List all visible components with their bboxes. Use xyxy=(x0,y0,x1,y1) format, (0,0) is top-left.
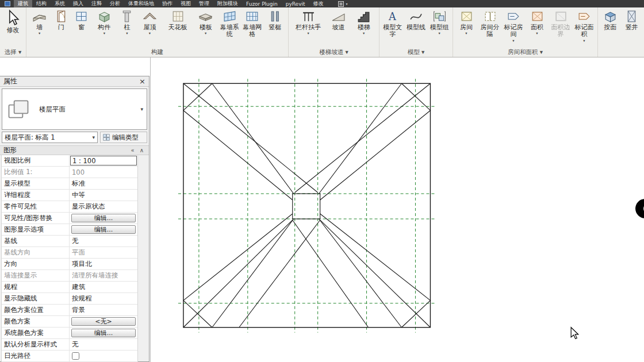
system-color-scheme-edit-button[interactable]: 编辑... xyxy=(71,329,136,337)
property-row-view-scale: 视图比例 1 : 100 xyxy=(2,155,137,167)
collapse-icons[interactable]: « ∧ xyxy=(131,147,145,153)
railing-button[interactable]: 栏杆扶手 ▾ xyxy=(293,9,323,35)
ribbon-display-caret-icon[interactable]: ▾ xyxy=(346,2,348,6)
ribbon-group-build: 墙 ▾ 门 窗 构件 ▾ 柱 ▾ xyxy=(26,7,289,57)
area-icon xyxy=(530,9,545,24)
tab-modify[interactable]: 修改 xyxy=(309,0,328,7)
sun-path-checkbox[interactable] xyxy=(72,352,79,360)
show-hidden-lines-value[interactable]: 按规程 xyxy=(70,293,137,304)
mouse-cursor xyxy=(571,328,578,339)
group-label-model[interactable]: 模型 ▾ xyxy=(379,48,453,57)
roof-icon xyxy=(143,9,157,24)
scale-value: 100 xyxy=(70,167,137,178)
tab-architecture[interactable]: 建筑 xyxy=(14,0,32,7)
ramp-icon xyxy=(331,9,346,24)
property-row-display-model: 显示模型 标准 xyxy=(2,178,137,190)
color-scheme-location-value[interactable]: 背景 xyxy=(70,305,137,315)
model-line-button[interactable]: 模型线 xyxy=(406,9,427,32)
stair-icon xyxy=(356,9,371,24)
tag-area-icon xyxy=(577,9,592,24)
tab-view[interactable]: 视图 xyxy=(177,0,195,7)
chevron-down-icon[interactable]: ▾ xyxy=(140,106,143,112)
wall-button[interactable]: 墙 ▾ xyxy=(30,9,49,35)
area-button[interactable]: 面积 ▾ xyxy=(527,9,547,35)
tag-room-button[interactable]: 标记房间 ▾ xyxy=(503,9,524,43)
graphics-section-header[interactable]: 图形 « ∧ xyxy=(0,145,149,155)
tab-collaborate[interactable]: 协作 xyxy=(158,0,177,7)
model-geometry xyxy=(183,83,430,328)
property-row-detail-level: 详细程度 中等 xyxy=(2,190,137,201)
model-text-button[interactable]: 模型文字 xyxy=(382,9,403,39)
parts-visibility-value[interactable]: 显示原状态 xyxy=(70,201,137,212)
property-row-show-hidden-lines: 显示隐藏线 按规程 xyxy=(2,293,137,305)
railing-icon xyxy=(301,9,316,24)
shaft-button[interactable]: 竖井 xyxy=(623,9,641,32)
curtain-system-button[interactable]: 幕墙系统 xyxy=(220,9,239,39)
graphic-display-edit-button[interactable]: 编辑... xyxy=(71,225,136,234)
underlay-value[interactable]: 无 xyxy=(70,236,137,247)
edit-type-button[interactable]: 编辑类型 xyxy=(100,132,147,143)
chevron-down-icon[interactable]: ▾ xyxy=(92,134,95,140)
component-button[interactable]: 构件 ▾ xyxy=(93,9,115,35)
tab-systems[interactable]: 系统 xyxy=(51,0,69,7)
room-button[interactable]: 房间 ▾ xyxy=(456,9,477,35)
display-model-value[interactable]: 标准 xyxy=(70,178,137,189)
discipline-value[interactable]: 建筑 xyxy=(70,282,137,292)
property-row-color-scheme-location: 颜色方案位置 背景 xyxy=(2,305,137,316)
ceiling-button[interactable]: 天花板 xyxy=(164,9,191,32)
ramp-button[interactable]: 坡道 xyxy=(328,9,349,32)
view-scale-input[interactable]: 1 : 100 xyxy=(70,156,137,165)
orientation-value[interactable]: 项目北 xyxy=(70,259,137,269)
tab-structure[interactable]: 结构 xyxy=(32,0,51,7)
app-icon xyxy=(5,1,10,6)
ribbon-group-room-area: 房间 ▾ 房间分隔 标记房间 ▾ 面积 ▾ 面积边界 xyxy=(453,7,598,57)
close-icon[interactable]: × xyxy=(139,78,145,85)
type-selector[interactable]: 楼层平面 ▾ xyxy=(2,88,147,130)
group-label-circulation[interactable]: 楼梯坡道 ▾ xyxy=(289,48,379,57)
tab-fuzor-plugin[interactable]: Fuzor Plugin xyxy=(242,0,282,7)
stair-button[interactable]: 楼梯 ▾ xyxy=(354,9,374,35)
model-group-icon xyxy=(432,9,447,24)
area-boundary-button: 面积边界 xyxy=(550,9,571,39)
ribbon-tab-bar: 建筑 结构 系统 插入 注释 分析 体量和场地 协作 视图 管理 附加模块 Fu… xyxy=(0,0,644,7)
group-label-room-area[interactable]: 房间和面积 ▾ xyxy=(453,48,597,57)
ribbon-display-toggle-icon[interactable] xyxy=(338,1,344,7)
group-label-opening xyxy=(598,48,644,57)
tab-insert[interactable]: 插入 xyxy=(69,0,87,7)
ribbon-group-opening: 按面 竖井 xyxy=(598,7,644,57)
underlay-orientation-value: 平面 xyxy=(70,247,137,258)
vg-overrides-edit-button[interactable]: 编辑... xyxy=(71,214,136,222)
property-row-underlay: 基线 无 xyxy=(2,236,137,247)
room-separator-button[interactable]: 房间分隔 xyxy=(480,9,500,39)
modify-button[interactable]: 修改 xyxy=(2,9,25,34)
tab-pyrevit[interactable]: pyRevit xyxy=(282,0,309,7)
properties-header[interactable]: 属性 × xyxy=(0,76,149,87)
detail-level-value[interactable]: 中等 xyxy=(70,190,137,201)
mullion-button[interactable]: 竖梃 xyxy=(265,9,285,32)
default-analysis-style-value[interactable]: 无 xyxy=(70,339,137,350)
ribbon: 修改 选择 ▾ 墙 ▾ 门 窗 构 xyxy=(0,7,644,57)
view-instance-selector[interactable]: 楼层平面: 标高 1 ▾ xyxy=(2,132,98,143)
color-scheme-button[interactable]: <无> xyxy=(71,317,136,326)
tag-area-button[interactable]: 标记面积 ▾ xyxy=(574,9,595,43)
floor-icon xyxy=(198,9,213,24)
group-label-select[interactable]: 选择 ▾ xyxy=(0,48,26,57)
model-group-button[interactable]: 模型组 ▾ xyxy=(429,9,450,35)
roof-button[interactable]: 屋顶 ▾ xyxy=(139,9,160,35)
floor-button[interactable]: 楼板 ▾ xyxy=(195,9,217,35)
properties-panel: 属性 × 楼层平面 ▾ 楼层平面: 标高 1 ▾ 编辑类型 图形 « ∧ 视图比… xyxy=(0,76,150,362)
column-button[interactable]: 柱 ▾ xyxy=(118,9,136,35)
tab-addins[interactable]: 附加模块 xyxy=(213,0,242,7)
mullion-icon xyxy=(268,9,282,24)
tab-massing-site[interactable]: 体量和场地 xyxy=(124,0,158,7)
tab-annotate[interactable]: 注释 xyxy=(87,0,106,7)
curtain-grid-button[interactable]: 幕墙网格 xyxy=(243,9,262,39)
drawing-canvas[interactable] xyxy=(150,57,644,362)
window-button[interactable]: 窗 xyxy=(73,9,90,32)
by-face-button[interactable]: 按面 xyxy=(601,9,619,32)
door-button[interactable]: 门 xyxy=(52,9,70,32)
by-face-icon xyxy=(603,9,618,24)
tab-analyze[interactable]: 分析 xyxy=(106,0,124,7)
group-label-build[interactable]: 构建 xyxy=(26,48,288,57)
tab-manage[interactable]: 管理 xyxy=(195,0,213,7)
